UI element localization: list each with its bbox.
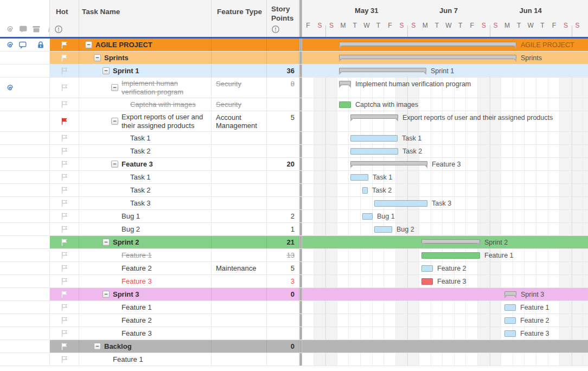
task-name-cell[interactable]: Captcha with images [79,98,212,111]
gantt-row[interactable]: Task 3 [302,197,588,209]
story-points-cell[interactable]: 5 [267,262,299,274]
task-name-cell[interactable]: −Sprint 1 [79,65,212,77]
gantt-row[interactable]: Task 1 [302,132,588,144]
story-points-cell[interactable] [267,327,299,340]
story-points-cell[interactable] [267,171,299,183]
feature-type-cell[interactable] [212,132,267,144]
gantt-task-bar[interactable] [504,304,516,311]
task-row[interactable]: −SprintsSprints [0,52,588,65]
archive-icon[interactable] [32,25,41,34]
hot-cell[interactable] [50,327,79,340]
hot-cell[interactable] [50,65,79,77]
task-name-cell[interactable]: Task 2 [79,184,212,196]
task-row[interactable]: −Implement human verification programSec… [0,78,588,98]
task-row[interactable]: −Export reports of user and their assign… [0,111,588,132]
task-name-cell[interactable]: Task 3 [79,197,212,209]
task-name-cell[interactable]: −AGILE PROJECT [79,39,212,51]
story-points-cell[interactable]: 5 [267,111,299,131]
gantt-row[interactable]: Captcha with images [302,98,588,111]
hot-cell[interactable] [50,145,79,157]
hot-flag-icon[interactable] [60,67,68,75]
task-name-cell[interactable]: Bug 2 [79,223,212,235]
hot-cell[interactable] [50,78,79,98]
collapse-toggle[interactable]: − [94,54,101,61]
collapse-toggle[interactable]: − [111,161,118,168]
hot-cell[interactable] [50,301,79,314]
gantt-task-bar[interactable] [421,265,433,272]
lock-icon[interactable] [36,41,45,49]
gantt-summary-bar[interactable] [339,68,426,72]
gantt-row[interactable]: Sprint 3 [302,288,588,300]
hot-flag-icon[interactable] [60,264,68,272]
feature-type-cell[interactable] [212,314,267,327]
hot-flag-icon[interactable] [60,251,68,259]
feature-type-cell[interactable]: Maintenance [212,262,267,274]
task-row[interactable]: Feature 2Feature 2 [0,314,588,327]
hot-flag-icon[interactable] [60,342,68,350]
task-name-cell[interactable]: Feature 2 [79,314,212,327]
task-row[interactable]: −Sprint 221Sprint 2 [0,236,588,249]
task-row[interactable]: Task 2Task 2 [0,184,588,197]
gantt-row[interactable]: Feature 1 [302,301,588,314]
task-row[interactable]: −Sprint 136Sprint 1 [0,65,588,78]
task-name-cell[interactable]: −Export reports of user and their assign… [79,111,212,131]
task-row[interactable]: Feature 3Feature 3 [0,327,588,340]
task-row[interactable]: Feature 33Feature 3 [0,275,588,288]
hot-flag-icon[interactable] [60,303,68,311]
gantt-summary-bar[interactable] [339,55,516,59]
collapse-toggle[interactable]: − [103,67,110,74]
story-points-cell[interactable]: 1 [267,223,299,235]
task-name-cell[interactable]: Feature 2 [79,262,212,274]
hot-flag-icon[interactable] [60,355,68,363]
task-name-cell[interactable]: Feature 1 [79,353,212,366]
gantt-row[interactable]: Feature 3 [302,275,588,287]
hot-flag-icon[interactable] [60,186,68,194]
hot-cell[interactable] [50,223,79,235]
hot-cell[interactable] [50,52,79,64]
story-points-cell[interactable] [267,184,299,196]
gantt-row[interactable]: Task 1 [302,171,588,183]
story-points-cell[interactable]: 8 [267,78,299,98]
gantt-row[interactable] [302,340,588,353]
gantt-row[interactable]: Feature 3 [302,158,588,170]
collapse-toggle[interactable]: − [94,343,101,350]
task-name-cell[interactable]: Feature 3 [79,275,212,287]
hot-flag-icon[interactable] [60,290,68,298]
story-points-cell[interactable]: 13 [267,249,299,261]
task-row[interactable]: −Backlog0 [0,340,588,353]
task-name-cell[interactable]: −Sprint 2 [79,236,212,248]
task-row[interactable]: Task 2Task 2 [0,145,588,158]
gantt-row[interactable]: Task 2 [302,184,588,196]
feature-type-cell[interactable] [212,52,267,64]
hot-cell[interactable] [50,132,79,144]
task-row[interactable]: Task 1Task 1 [0,132,588,145]
feature-type-cell[interactable] [212,249,267,261]
gantt-row[interactable]: Task 2 [302,145,588,157]
gantt-row[interactable]: Sprints [302,52,588,64]
feature-type-cell[interactable] [212,275,267,287]
collapse-toggle[interactable]: − [103,291,110,298]
hot-flag-icon[interactable] [60,134,68,142]
hot-flag-icon[interactable] [60,117,68,125]
collapse-toggle[interactable]: − [103,239,110,246]
gantt-summary-bar[interactable] [421,239,480,244]
hot-cell[interactable] [50,340,79,353]
hot-flag-icon[interactable] [60,199,68,207]
hot-cell[interactable] [50,98,79,111]
hot-cell[interactable] [50,236,79,248]
hot-flag-icon[interactable] [60,329,68,337]
gantt-row[interactable]: Feature 3 [302,327,588,340]
task-name-cell[interactable]: −Sprint 3 [79,288,212,300]
hot-cell[interactable] [50,39,79,51]
hot-cell[interactable] [50,262,79,274]
gantt-summary-bar[interactable] [350,114,398,119]
task-name-cell[interactable]: Feature 1 [79,301,212,314]
gantt-task-bar[interactable] [350,148,398,155]
story-points-cell[interactable] [267,98,299,111]
attachment-icon[interactable] [6,84,15,92]
gantt-task-bar[interactable] [504,330,516,337]
task-name-cell[interactable]: Bug 1 [79,210,212,222]
task-row[interactable]: Task 1Task 1 [0,171,588,184]
task-name-cell[interactable]: −Backlog [79,340,212,353]
feature-type-cell[interactable] [212,158,267,170]
